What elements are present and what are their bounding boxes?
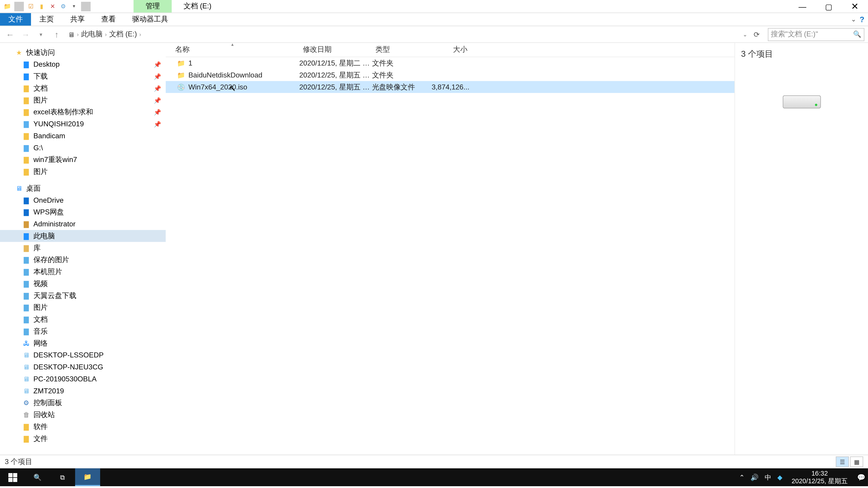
sidebar-item[interactable]: ▇Desktop📌 [0,58,166,70]
sidebar-item[interactable]: ▇软件 [0,421,166,433]
taskbar-explorer-button[interactable]: 📁 [75,468,100,486]
nav-back-button[interactable]: ← [4,28,17,41]
ribbon-tab-file[interactable]: 文件 [0,13,31,26]
file-row[interactable]: 📁BaiduNetdiskDownload2020/12/25, 星期五 1..… [166,69,735,81]
file-row[interactable]: 📁12020/12/15, 星期二 1...文件夹 [166,57,735,69]
action-center-icon[interactable]: 💬 [857,473,866,481]
system-tray[interactable]: ⌃ 🔊 中 ◆ 16:32 2020/12/25, 星期五 💬 [739,468,868,486]
ribbon-expand-icon[interactable]: ⌄ [851,15,856,23]
chevron-right-icon[interactable]: › [77,31,79,37]
qat-dropdown-icon[interactable]: ▾ [69,2,79,11]
sidebar-item[interactable]: ▇文件 [0,433,166,445]
refresh-button[interactable]: ⟳ [750,30,763,38]
column-date[interactable]: 修改日期 [299,45,372,55]
file-row[interactable]: 💿Win7x64_2020.iso2020/12/25, 星期五 1...光盘映… [166,81,735,93]
sidebar-item[interactable]: ▇excel表格制作求和📌 [0,106,166,118]
ribbon-tab-share[interactable]: 共享 [62,13,93,26]
clock-date: 2020/12/25, 星期五 [792,477,848,485]
start-button[interactable] [0,468,25,486]
help-icon[interactable]: ? [860,15,864,24]
sidebar-item[interactable]: ▇库 [0,242,166,254]
sidebar-item[interactable]: ▇视频 [0,278,166,290]
sidebar-item[interactable]: ▇保存的图片 [0,254,166,266]
ribbon-tab-drive-tools[interactable]: 驱动器工具 [124,13,177,26]
taskbar-search-button[interactable]: 🔍 [25,468,50,486]
file-list[interactable]: ▴ 名称 修改日期 类型 大小 📁12020/12/15, 星期二 1...文件… [166,43,735,455]
nav-forward-button[interactable]: → [19,28,32,41]
breadcrumb[interactable]: 🖥 › 此电脑 › 文档 (E:) › [66,28,144,41]
ribbon-tab-view[interactable]: 查看 [93,13,124,26]
sidebar-item[interactable]: ▇Administrator [0,218,166,230]
sidebar-item[interactable]: ▇G:\ [0,142,166,154]
tray-app-icon[interactable]: ◆ [777,473,782,481]
sidebar-item[interactable]: ▇本机照片 [0,266,166,278]
ribbon-tab-home[interactable]: 主页 [31,13,62,26]
sidebar-item[interactable]: ▇文档 [0,313,166,325]
sidebar-item-label: 保存的图片 [33,255,69,265]
ime-indicator[interactable]: 中 [765,473,771,482]
close-button[interactable]: ✕ [842,0,868,13]
column-headers[interactable]: ▴ 名称 修改日期 类型 大小 [166,43,735,57]
sidebar-item[interactable]: ▇图片📌 [0,94,166,106]
sidebar-item[interactable]: ▇WPS网盘 [0,206,166,218]
sidebar-item[interactable]: 🗑回收站 [0,409,166,421]
sidebar-item[interactable]: ▇OneDrive [0,194,166,206]
sidebar-item-label: excel表格制作求和 [33,107,93,117]
sidebar-item[interactable]: 🖥桌面 [0,182,166,194]
breadcrumb-dropdown-icon[interactable]: ⌄ [743,31,747,37]
qat-settings-icon[interactable]: ⚙ [58,2,68,11]
chevron-right-icon[interactable]: › [105,31,107,37]
view-large-icons-button[interactable]: ▦ [850,456,863,467]
nav-history-dropdown[interactable]: ▾ [35,28,48,41]
minimize-button[interactable]: — [789,0,815,13]
column-size[interactable]: 大小 [432,45,471,55]
sidebar-item[interactable]: ▇Bandicam [0,130,166,142]
qat-close-icon[interactable]: ✕ [48,2,57,11]
pin-icon: 📌 [154,97,161,103]
view-details-button[interactable]: ☰ [836,456,849,467]
sidebar-item[interactable]: ▇下载📌 [0,70,166,82]
sidebar-item[interactable]: 🖧网络 [0,337,166,349]
sidebar-item[interactable]: 🖥DESKTOP-NJEU3CG [0,361,166,373]
sidebar-item[interactable]: ▇天翼云盘下载 [0,290,166,302]
search-input[interactable]: 搜索"文档 (E:)" 🔍 [768,28,864,41]
file-type: 光盘映像文件 [372,82,432,92]
contextual-tab-manage[interactable]: 管理 [133,0,172,12]
file-type: 文件夹 [372,58,432,68]
taskbar-clock[interactable]: 16:32 2020/12/25, 星期五 [788,470,851,485]
tray-overflow-icon[interactable]: ⌃ [739,473,745,481]
file-date: 2020/12/25, 星期五 1... [299,82,372,92]
folder-icon: 🗑 [22,410,31,419]
svg-rect-0 [8,473,12,477]
folder-icon: ▇ [22,243,31,253]
nav-up-button[interactable]: ↑ [50,28,63,41]
volume-icon[interactable]: 🔊 [750,473,759,481]
status-bar: 3 个项目 ☰ ▦ [0,455,868,468]
sidebar-tree[interactable]: ★快速访问▇Desktop📌▇下载📌▇文档📌▇图片📌▇excel表格制作求和📌▇… [0,43,166,455]
breadcrumb-item[interactable]: 文档 (E:) [109,29,137,39]
sidebar-item[interactable]: ▇win7重装win7 [0,154,166,166]
sidebar-item-label: 文档 [33,83,48,93]
sidebar-item[interactable]: 🖥ZMT2019 [0,385,166,397]
sidebar-item[interactable]: 🖥PC-20190530OBLA [0,373,166,385]
sidebar-item[interactable]: ▇图片 [0,301,166,313]
qat-checkbox-icon[interactable]: ☑ [26,2,36,11]
sidebar-item[interactable]: ★快速访问 [0,46,166,59]
sidebar-item[interactable]: ⚙控制面板 [0,397,166,409]
sidebar-item[interactable]: ▇图片 [0,166,166,177]
taskbar[interactable]: 🔍 ⧉ 📁 ⌃ 🔊 中 ◆ 16:32 2020/12/25, 星期五 💬 [0,468,868,486]
task-view-button[interactable]: ⧉ [50,468,75,486]
qat-folder-icon[interactable]: ▮ [37,2,46,11]
sidebar-item[interactable]: ▇此电脑 [0,230,166,242]
breadcrumb-item[interactable]: 此电脑 [81,29,103,39]
chevron-right-icon[interactable]: › [139,31,141,37]
sidebar-item[interactable]: ▇音乐 [0,325,166,337]
sidebar-item[interactable]: ▇文档📌 [0,82,166,94]
sidebar-item[interactable]: ▇YUNQISHI2019📌 [0,118,166,130]
sidebar-item-label: Administrator [33,220,75,228]
sidebar-item[interactable]: 🖥DESKTOP-LSSOEDP [0,349,166,361]
column-type[interactable]: 类型 [372,45,432,55]
maximize-button[interactable]: ▢ [815,0,842,13]
sidebar-item-label: 回收站 [33,410,55,420]
search-icon[interactable]: 🔍 [853,31,862,38]
